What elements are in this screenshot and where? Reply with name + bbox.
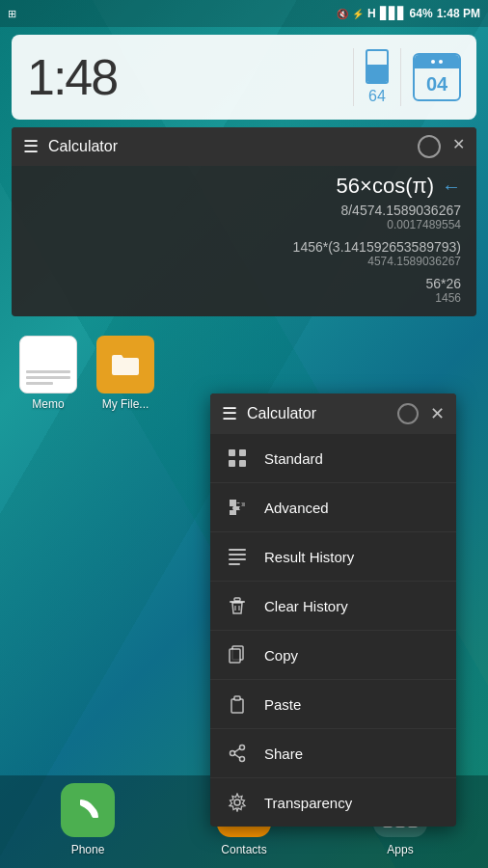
ctx-minimize-button[interactable] bbox=[397, 403, 419, 424]
bt-icon: ⚡ bbox=[352, 9, 364, 19]
memo-line bbox=[26, 376, 70, 379]
svg-point-18 bbox=[230, 751, 235, 756]
calc-menu-icon[interactable]: ☰ bbox=[23, 136, 39, 157]
memo-label: Memo bbox=[32, 397, 64, 411]
cal-header-dots bbox=[431, 60, 443, 64]
battery-icon bbox=[366, 49, 389, 84]
paste-icon bbox=[226, 692, 249, 716]
calc-hist-expr-2: 1456*(3.141592653589793) bbox=[27, 239, 461, 255]
svg-line-19 bbox=[234, 748, 239, 752]
memo-app-icon bbox=[19, 336, 77, 393]
svg-rect-14 bbox=[231, 699, 243, 713]
ctx-transparency-label: Transparency bbox=[264, 795, 352, 811]
share-icon bbox=[226, 742, 249, 765]
apps-label: Apps bbox=[387, 843, 413, 856]
signal-bars: ▋▋▋ bbox=[380, 7, 406, 20]
signal-icon: H bbox=[367, 7, 376, 20]
phone-app-icon bbox=[61, 783, 115, 837]
calendar-day: 04 bbox=[415, 68, 459, 99]
svg-point-21 bbox=[234, 800, 240, 805]
widget-divider-1 bbox=[353, 48, 354, 106]
battery-widget: 64 bbox=[366, 49, 389, 105]
status-bar-left: ⊞ bbox=[8, 8, 16, 20]
calendar-widget: 04 bbox=[413, 53, 461, 101]
calc-history-3: 56*26 1456 bbox=[27, 276, 461, 305]
svg-rect-13 bbox=[230, 649, 240, 663]
widget-clock: 1:48 bbox=[27, 48, 341, 106]
calc-title: Calculator bbox=[48, 138, 418, 155]
grid-icon bbox=[226, 447, 249, 470]
context-menu: ☰ Calculator ✕ Standard Advanced bbox=[210, 393, 456, 827]
calc-backspace-icon[interactable]: ← bbox=[442, 176, 461, 198]
calc-titlebar: ☰ Calculator ✕ bbox=[12, 127, 476, 166]
svg-line-20 bbox=[234, 754, 239, 758]
calc-hist-result-1: 0.0017489554 bbox=[27, 218, 461, 231]
cal-dot bbox=[431, 60, 435, 64]
cal-dot bbox=[439, 60, 443, 64]
battery-fill bbox=[367, 65, 387, 82]
svg-rect-3 bbox=[239, 460, 246, 467]
memo-lines bbox=[20, 366, 76, 393]
calc-hist-expr-1: 8/4574.1589036267 bbox=[27, 203, 461, 218]
svg-rect-1 bbox=[239, 449, 246, 456]
ctx-item-copy[interactable]: Copy bbox=[210, 631, 456, 680]
svg-rect-15 bbox=[234, 696, 240, 700]
ctx-item-share[interactable]: Share bbox=[210, 729, 456, 778]
svg-rect-7 bbox=[229, 563, 240, 565]
folder-svg bbox=[108, 347, 143, 382]
ctx-item-result-history[interactable]: Result History bbox=[210, 532, 456, 582]
svg-rect-9 bbox=[234, 598, 240, 601]
ctx-close-button[interactable]: ✕ bbox=[430, 403, 445, 424]
battery-status: 64% bbox=[410, 7, 433, 20]
memo-line-short bbox=[26, 382, 53, 385]
ctx-item-standard[interactable]: Standard bbox=[210, 434, 456, 483]
ctx-item-paste[interactable]: Paste bbox=[210, 680, 456, 729]
svg-point-17 bbox=[240, 757, 245, 762]
contacts-label: Contacts bbox=[221, 843, 266, 856]
mute-icon: 🔇 bbox=[337, 9, 348, 19]
memo-line bbox=[26, 370, 70, 373]
ctx-share-label: Share bbox=[264, 746, 303, 762]
svg-rect-6 bbox=[229, 558, 246, 560]
svg-point-16 bbox=[240, 746, 245, 750]
calc-minimize-button[interactable] bbox=[418, 135, 441, 158]
ctx-paste-label: Paste bbox=[264, 696, 301, 713]
status-bar-right: 🔇 ⚡ H ▋▋▋ 64% 1:48 PM bbox=[337, 7, 480, 20]
memo-icon-item[interactable]: Memo bbox=[19, 336, 77, 411]
dock-item-phone[interactable]: Phone bbox=[19, 783, 156, 856]
myfiles-icon-item[interactable]: My File... bbox=[96, 336, 154, 411]
calc-hist-expr-3: 56*26 bbox=[27, 276, 461, 291]
ctx-copy-label: Copy bbox=[264, 647, 298, 664]
ctx-titlebar: ☰ Calculator ✕ bbox=[210, 393, 456, 434]
calc-history-1: 8/4574.1589036267 0.0017489554 bbox=[27, 203, 461, 231]
ctx-item-advanced[interactable]: Advanced bbox=[210, 483, 456, 532]
calc-close-button[interactable]: ✕ bbox=[452, 135, 465, 158]
ctx-item-transparency[interactable]: Transparency bbox=[210, 778, 456, 827]
ctx-title: Calculator bbox=[247, 405, 397, 422]
widget-divider-2 bbox=[400, 48, 401, 106]
ctx-item-clear-history[interactable]: Clear History bbox=[210, 582, 456, 631]
app-icon: ⊞ bbox=[8, 8, 16, 20]
battery-number: 64 bbox=[368, 88, 386, 105]
copy-icon bbox=[226, 643, 249, 666]
svg-rect-0 bbox=[229, 449, 235, 456]
calc-display: 56×cos(π) ← 8/4574.1589036267 0.00174895… bbox=[12, 166, 476, 316]
time-battery-widget: 1:48 64 04 bbox=[12, 35, 476, 120]
myfiles-label: My File... bbox=[102, 397, 149, 411]
svg-rect-4 bbox=[229, 549, 246, 551]
ctx-advanced-label: Advanced bbox=[264, 500, 329, 516]
list-icon bbox=[226, 545, 249, 568]
cal-header bbox=[415, 55, 459, 68]
ctx-standard-label: Standard bbox=[264, 450, 323, 467]
phone-label: Phone bbox=[71, 843, 105, 856]
puzzle-icon bbox=[226, 496, 249, 519]
ctx-result-history-label: Result History bbox=[264, 549, 354, 565]
calendar-icon: 04 bbox=[413, 53, 461, 101]
folder-app-icon bbox=[96, 336, 154, 393]
status-bar: ⊞ 🔇 ⚡ H ▋▋▋ 64% 1:48 PM bbox=[0, 0, 488, 27]
gear-icon bbox=[226, 791, 249, 814]
calc-controls: ✕ bbox=[418, 135, 465, 158]
svg-rect-2 bbox=[229, 460, 235, 467]
ctx-menu-icon[interactable]: ☰ bbox=[222, 403, 237, 424]
time-display: 1:48 PM bbox=[437, 7, 480, 20]
